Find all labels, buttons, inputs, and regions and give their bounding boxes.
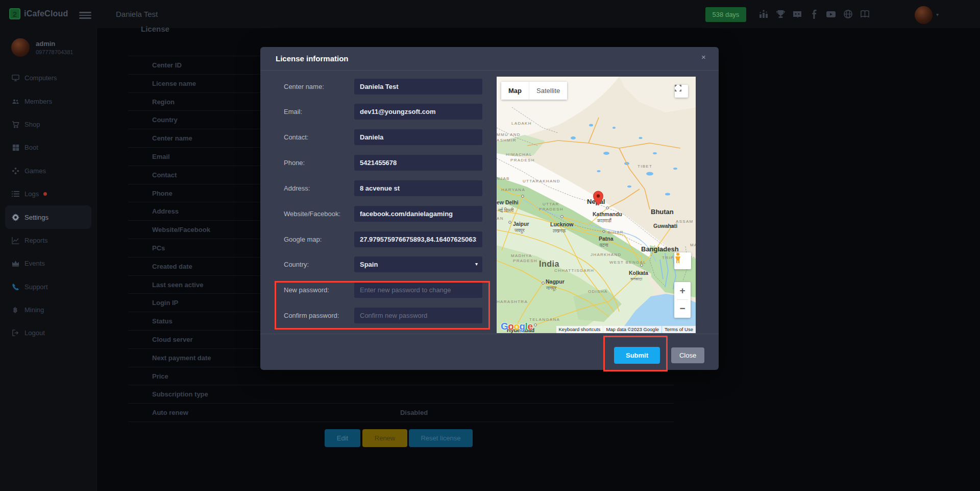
field-row-center-name: Center name: bbox=[284, 79, 498, 95]
sidebar-item-computers[interactable]: Computers bbox=[0, 66, 96, 89]
sidebar-user-avatar[interactable] bbox=[11, 38, 30, 57]
sidebar-item-settings[interactable]: Settings bbox=[5, 205, 91, 228]
sidebar-item-logs[interactable]: Logs bbox=[0, 182, 96, 205]
svg-text:Patna: Patna bbox=[599, 236, 614, 242]
field-label: Google map: bbox=[284, 236, 354, 243]
field-row-confirm-password: Confirm password: bbox=[284, 308, 498, 323]
terms-of-use-link[interactable]: Terms of Use bbox=[662, 326, 696, 333]
map-data-label: Map data ©2023 Google bbox=[603, 326, 662, 333]
sidebar-item-reports[interactable]: Reports bbox=[0, 229, 96, 252]
page-title: Daniela Test bbox=[116, 10, 158, 18]
svg-text:जयपुर: जयपुर bbox=[514, 228, 525, 233]
contact-input[interactable] bbox=[354, 129, 482, 145]
field-row-new-password: New password: bbox=[284, 282, 498, 298]
row-label: Login IP bbox=[152, 294, 178, 312]
row-label: Phone bbox=[152, 184, 173, 203]
email-input[interactable] bbox=[354, 104, 482, 120]
sidebar-item-label: Mining bbox=[24, 306, 44, 314]
svg-text:PRADESH: PRADESH bbox=[513, 259, 537, 263]
google-map[interactable]: LADAKH MMU AND ASHMIR HIMACHAL PRADESH N… bbox=[497, 77, 696, 333]
field-label: Phone: bbox=[284, 159, 354, 167]
notification-dot bbox=[43, 192, 47, 196]
row-label: Address bbox=[152, 202, 179, 221]
svg-text:UTTARAKHAND: UTTARAKHAND bbox=[523, 179, 560, 183]
phone-icon bbox=[12, 283, 19, 291]
sidebar-item-events[interactable]: Events bbox=[0, 252, 96, 275]
close-button[interactable]: Close bbox=[671, 347, 704, 363]
sidebar-item-mining[interactable]: ฿ Mining bbox=[0, 298, 96, 321]
zoom-out-button[interactable]: − bbox=[674, 300, 691, 317]
globe-icon[interactable] bbox=[843, 9, 853, 19]
svg-text:LADAKH: LADAKH bbox=[511, 121, 532, 126]
table-row: Subscription type bbox=[128, 385, 674, 404]
field-label: Address: bbox=[284, 184, 354, 192]
map-type-satellite-button[interactable]: Satellite bbox=[529, 82, 567, 100]
row-label: Center name bbox=[152, 129, 192, 148]
address-input[interactable] bbox=[354, 180, 482, 196]
center-name-input[interactable] bbox=[354, 79, 482, 95]
website-input[interactable] bbox=[354, 206, 482, 222]
sidebar-item-label: Computers bbox=[24, 74, 57, 82]
confirm-password-input[interactable] bbox=[354, 308, 482, 323]
svg-text:नई दिल्ली: नई दिल्ली bbox=[498, 207, 514, 213]
svg-text:Lucknow: Lucknow bbox=[550, 221, 574, 227]
svg-text:HARYANA: HARYANA bbox=[501, 188, 525, 192]
svg-text:ew Delhi: ew Delhi bbox=[497, 199, 519, 205]
svg-text:Bangladesh: Bangladesh bbox=[641, 245, 679, 253]
svg-text:Jaipur: Jaipur bbox=[513, 221, 529, 227]
sidebar-item-label: Support bbox=[24, 283, 48, 291]
docs-book-icon[interactable] bbox=[860, 9, 870, 19]
google-map-input[interactable] bbox=[354, 231, 482, 247]
youtube-icon[interactable] bbox=[826, 9, 836, 19]
sidebar-item-label: Logs bbox=[24, 190, 39, 198]
user-avatar[interactable] bbox=[915, 6, 933, 24]
pegman-icon[interactable] bbox=[674, 252, 691, 269]
svg-text:PRADESH: PRADESH bbox=[539, 207, 564, 212]
submit-button[interactable]: Submit bbox=[614, 347, 660, 364]
svg-text:Guwahati: Guwahati bbox=[653, 223, 677, 229]
svg-text:Kathmandu: Kathmandu bbox=[593, 211, 622, 217]
edit-button[interactable]: Edit bbox=[325, 429, 360, 447]
reset-license-button[interactable]: Reset license bbox=[409, 429, 473, 447]
svg-text:JHARKHAND: JHARKHAND bbox=[591, 252, 622, 257]
svg-text:TRIP: TRIP bbox=[662, 255, 674, 260]
country-select[interactable]: Spain bbox=[354, 256, 482, 272]
sidebar-item-support[interactable]: Support bbox=[0, 275, 96, 298]
sidebar-item-games[interactable]: Games bbox=[0, 159, 96, 182]
sidebar-item-members[interactable]: Members bbox=[0, 89, 96, 112]
field-label: Contact: bbox=[284, 133, 354, 141]
license-days-badge[interactable]: 538 days bbox=[705, 7, 746, 22]
field-row-website: Website/Facebook: bbox=[284, 206, 498, 222]
discord-icon[interactable] bbox=[792, 9, 802, 19]
trophy-icon[interactable] bbox=[775, 9, 786, 19]
phone-input[interactable] bbox=[354, 155, 482, 171]
renew-button[interactable]: Renew bbox=[362, 429, 407, 447]
sidebar-item-shop[interactable]: Shop bbox=[0, 113, 96, 136]
field-label: New password: bbox=[284, 286, 354, 294]
row-label: Website/Facebook bbox=[152, 221, 210, 239]
close-icon[interactable]: × bbox=[699, 51, 708, 63]
modal-footer-divider bbox=[260, 334, 719, 334]
row-label: Created date bbox=[152, 258, 192, 276]
new-password-input[interactable] bbox=[354, 282, 482, 298]
fullscreen-icon[interactable] bbox=[675, 85, 688, 98]
gear-icon bbox=[12, 214, 19, 221]
ranking-icon[interactable] bbox=[758, 9, 769, 19]
keyboard-shortcuts-link[interactable]: Keyboard shortcuts bbox=[556, 326, 603, 333]
google-logo[interactable]: Google bbox=[501, 321, 532, 332]
svg-text:UTTAR: UTTAR bbox=[543, 202, 559, 206]
facebook-icon[interactable] bbox=[809, 9, 819, 19]
chevron-down-icon[interactable]: ▾ bbox=[936, 12, 939, 17]
map-attribution: Keyboard shortcuts Map data ©2023 Google… bbox=[556, 326, 696, 333]
row-label: License name bbox=[152, 75, 196, 93]
sidebar-item-logout[interactable]: Logout bbox=[0, 321, 96, 344]
zoom-in-button[interactable]: + bbox=[674, 282, 691, 299]
menu-toggle-icon[interactable] bbox=[79, 10, 91, 20]
sidebar-item-label: Reports bbox=[24, 237, 48, 244]
table-row: Auto renewDisabled bbox=[128, 404, 674, 422]
row-label: Last seen active bbox=[152, 276, 203, 294]
app-logo[interactable]: 2 iCafeCloud bbox=[9, 8, 68, 19]
map-type-map-button[interactable]: Map bbox=[501, 82, 529, 100]
sidebar-item-boot[interactable]: Boot bbox=[0, 136, 96, 159]
crown-icon bbox=[12, 260, 19, 267]
